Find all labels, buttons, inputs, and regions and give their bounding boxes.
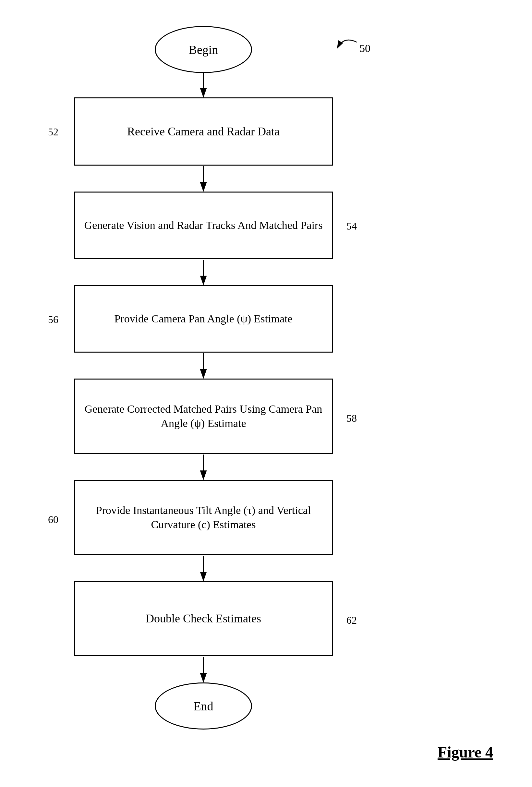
step-58-node: Generate Corrected Matched Pairs Using C… bbox=[74, 379, 333, 454]
ref-54: 54 bbox=[347, 220, 357, 232]
step-52-node: Receive Camera and Radar Data bbox=[74, 98, 333, 166]
figure-label: Figure 4 bbox=[438, 743, 493, 761]
step-52-label: Receive Camera and Radar Data bbox=[127, 124, 280, 139]
ref-50: 50 bbox=[359, 42, 371, 55]
step-60-node: Provide Instantaneous Tilt Angle (τ) and… bbox=[74, 480, 333, 555]
step-62-label: Double Check Estimates bbox=[146, 611, 261, 626]
ref-58: 58 bbox=[347, 412, 357, 424]
ref-56: 56 bbox=[48, 314, 59, 326]
end-node: End bbox=[155, 682, 252, 729]
begin-node: Begin bbox=[155, 26, 252, 73]
step-56-label: Provide Camera Pan Angle (ψ) Estimate bbox=[114, 312, 292, 326]
ref-52: 52 bbox=[48, 126, 59, 138]
step-54-label: Generate Vision and Radar Tracks And Mat… bbox=[84, 218, 323, 232]
step-60-label: Provide Instantaneous Tilt Angle (τ) and… bbox=[75, 503, 332, 532]
step-56-node: Provide Camera Pan Angle (ψ) Estimate bbox=[74, 285, 333, 353]
ref-62: 62 bbox=[347, 614, 357, 626]
ref-60: 60 bbox=[48, 514, 59, 526]
step-58-label: Generate Corrected Matched Pairs Using C… bbox=[75, 402, 332, 430]
step-62-node: Double Check Estimates bbox=[74, 581, 333, 656]
flowchart-diagram: Begin Receive Camera and Radar Data 52 G… bbox=[0, 0, 532, 787]
step-54-node: Generate Vision and Radar Tracks And Mat… bbox=[74, 192, 333, 259]
